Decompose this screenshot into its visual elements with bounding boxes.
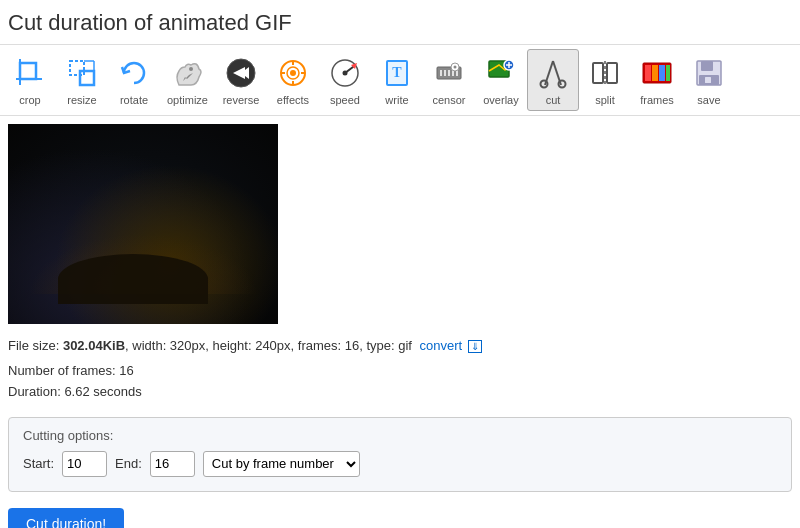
tool-overlay[interactable]: overlay — [475, 49, 527, 111]
tool-save[interactable]: save — [683, 49, 735, 111]
file-size: 302.04KiB — [63, 338, 125, 353]
tool-frames[interactable]: frames — [631, 49, 683, 111]
tool-cut[interactable]: cut — [527, 49, 579, 111]
cut-icon — [534, 54, 572, 92]
gif-preview — [8, 124, 278, 324]
tool-save-label: save — [697, 94, 720, 106]
start-input[interactable] — [62, 451, 107, 477]
end-label: End: — [115, 456, 142, 471]
start-label: Start: — [23, 456, 54, 471]
svg-point-38 — [558, 81, 565, 88]
tool-write[interactable]: T write — [371, 49, 423, 111]
tool-reverse[interactable]: reverse — [215, 49, 267, 111]
tool-optimize-label: optimize — [167, 94, 208, 106]
svg-rect-46 — [666, 65, 670, 81]
file-info: File size: 302.04KiB, width: 320px, heig… — [0, 332, 800, 357]
svg-rect-48 — [701, 61, 713, 71]
svg-rect-0 — [20, 63, 36, 79]
tool-optimize[interactable]: optimize — [160, 49, 215, 111]
tool-speed-label: speed — [330, 94, 360, 106]
duration-value: 6.62 seconds — [64, 384, 141, 399]
preview-area — [0, 116, 800, 332]
svg-text:T: T — [392, 65, 402, 80]
svg-point-7 — [189, 67, 193, 71]
svg-rect-4 — [80, 71, 94, 85]
cutting-options-title: Cutting options: — [23, 428, 777, 443]
cut-btn-area: Cut duration! — [0, 498, 800, 528]
tool-censor[interactable]: censor — [423, 49, 475, 111]
cut-duration-button[interactable]: Cut duration! — [8, 508, 124, 528]
duration-stat: Duration: 6.62 seconds — [8, 382, 792, 403]
tool-split-label: split — [595, 94, 615, 106]
frames-value: 16 — [119, 363, 133, 378]
svg-rect-40 — [607, 63, 617, 83]
file-details: , width: 320px, height: 240px, frames: 1… — [125, 338, 412, 353]
tool-resize[interactable]: resize — [56, 49, 108, 111]
tool-write-label: write — [385, 94, 408, 106]
svg-point-19 — [342, 71, 347, 76]
split-icon — [586, 54, 624, 92]
rotate-icon — [115, 54, 153, 92]
svg-rect-45 — [659, 65, 665, 81]
tool-censor-label: censor — [432, 94, 465, 106]
svg-rect-39 — [593, 63, 603, 83]
svg-rect-43 — [645, 65, 651, 81]
crop-icon — [11, 54, 49, 92]
tool-effects[interactable]: effects — [267, 49, 319, 111]
censor-icon — [430, 54, 468, 92]
stats: Number of frames: 16 Duration: 6.62 seco… — [0, 357, 800, 411]
frames-label: Number of frames: — [8, 363, 119, 378]
page-title: Cut duration of animated GIF — [0, 0, 800, 44]
resize-icon — [63, 54, 101, 92]
tool-cut-label: cut — [546, 94, 561, 106]
tool-reverse-label: reverse — [223, 94, 260, 106]
speed-icon — [326, 54, 364, 92]
tool-frames-label: frames — [640, 94, 674, 106]
overlay-icon — [482, 54, 520, 92]
convert-link[interactable]: convert — [420, 338, 463, 353]
svg-rect-50 — [705, 77, 711, 83]
cutting-options: Cutting options: Start: End: Cut by fram… — [8, 417, 792, 492]
write-icon: T — [378, 54, 416, 92]
tool-rotate[interactable]: rotate — [108, 49, 160, 111]
tool-overlay-label: overlay — [483, 94, 518, 106]
svg-point-30 — [453, 66, 456, 69]
tool-crop[interactable]: crop — [4, 49, 56, 111]
tool-crop-label: crop — [19, 94, 40, 106]
svg-point-17 — [290, 70, 296, 76]
svg-point-37 — [540, 81, 547, 88]
tool-speed[interactable]: speed — [319, 49, 371, 111]
save-icon — [690, 54, 728, 92]
tool-split[interactable]: split — [579, 49, 631, 111]
cut-method-select[interactable]: Cut by frame number Cut by time (seconds… — [203, 451, 360, 477]
optimize-icon — [168, 54, 206, 92]
effects-icon — [274, 54, 312, 92]
gif-canvas — [8, 124, 278, 324]
file-info-static: File size: — [8, 338, 63, 353]
cutting-controls: Start: End: Cut by frame number Cut by t… — [23, 451, 777, 477]
duration-label: Duration: — [8, 384, 64, 399]
end-input[interactable] — [150, 451, 195, 477]
frames-stat: Number of frames: 16 — [8, 361, 792, 382]
svg-rect-3 — [70, 61, 84, 75]
toolbar: crop resize rotate — [0, 44, 800, 116]
tool-resize-label: resize — [67, 94, 96, 106]
tool-rotate-label: rotate — [120, 94, 148, 106]
frames-icon — [638, 54, 676, 92]
reverse-icon — [222, 54, 260, 92]
svg-rect-44 — [652, 65, 658, 81]
convert-icon[interactable]: ⇓ — [468, 340, 482, 353]
tool-effects-label: effects — [277, 94, 309, 106]
